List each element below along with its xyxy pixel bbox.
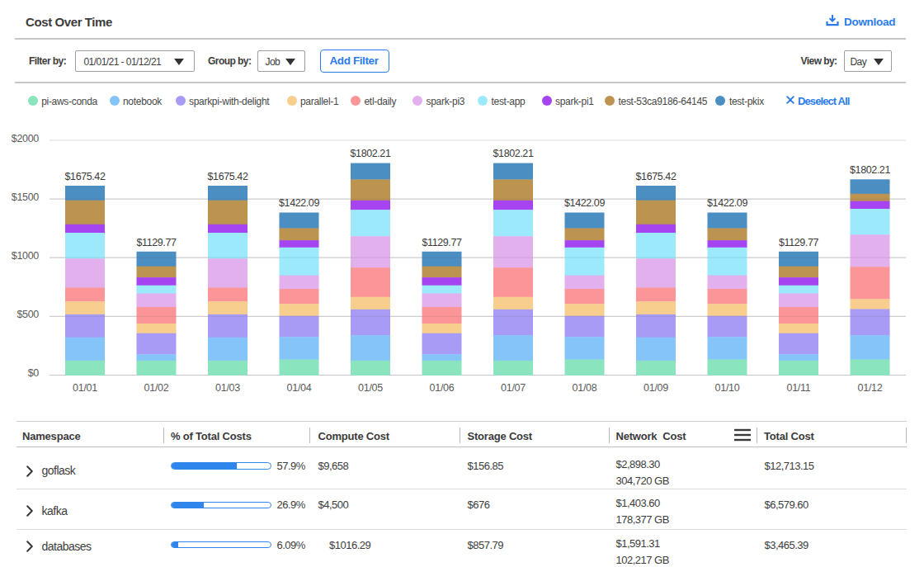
svg-text:$0: $0 bbox=[28, 367, 40, 379]
svg-text:$1129.77: $1129.77 bbox=[422, 237, 461, 248]
svg-text:01/07: 01/07 bbox=[501, 382, 526, 394]
svg-text:$1675.42: $1675.42 bbox=[208, 171, 248, 182]
svg-text:01/09: 01/09 bbox=[644, 382, 668, 394]
svg-text:$1129.77: $1129.77 bbox=[136, 237, 176, 248]
svg-text:$1675.42: $1675.42 bbox=[65, 171, 106, 182]
svg-text:01/11: 01/11 bbox=[787, 382, 811, 394]
svg-text:01/10: 01/10 bbox=[715, 382, 740, 394]
svg-text:01/04: 01/04 bbox=[287, 382, 312, 394]
svg-text:$1802.21: $1802.21 bbox=[493, 148, 534, 159]
svg-text:$1000: $1000 bbox=[12, 250, 40, 262]
svg-text:$1129.77: $1129.77 bbox=[779, 237, 818, 248]
svg-text:01/12: 01/12 bbox=[858, 382, 883, 394]
svg-text:01/06: 01/06 bbox=[430, 382, 455, 394]
svg-text:01/01: 01/01 bbox=[73, 382, 97, 394]
svg-text:$1802.21: $1802.21 bbox=[850, 164, 890, 176]
svg-text:$1675.42: $1675.42 bbox=[636, 171, 676, 182]
svg-text:$500: $500 bbox=[16, 309, 39, 320]
svg-text:$1802.21: $1802.21 bbox=[351, 148, 391, 159]
svg-text:$1500: $1500 bbox=[12, 191, 40, 203]
svg-text:01/08: 01/08 bbox=[573, 382, 597, 394]
svg-text:01/03: 01/03 bbox=[215, 382, 240, 394]
svg-text:01/02: 01/02 bbox=[144, 382, 169, 394]
svg-text:$2000: $2000 bbox=[12, 133, 40, 144]
svg-text:01/05: 01/05 bbox=[358, 382, 383, 394]
